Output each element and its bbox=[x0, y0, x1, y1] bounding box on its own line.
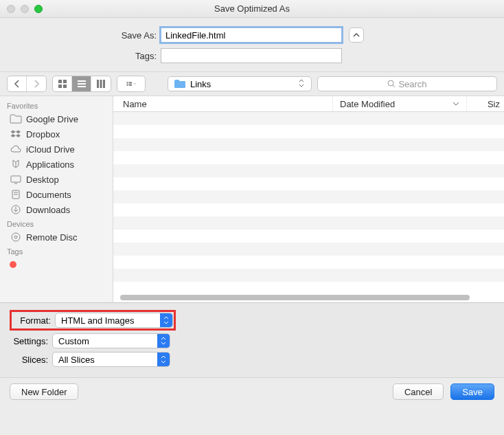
tags-input[interactable] bbox=[161, 48, 342, 63]
updown-icon bbox=[160, 313, 172, 328]
svg-rect-2 bbox=[58, 85, 62, 88]
table-row[interactable] bbox=[113, 243, 504, 256]
table-row[interactable] bbox=[113, 151, 504, 164]
select-value: HTML and Images bbox=[61, 315, 134, 326]
sidebar-item-icloud[interactable]: iCloud Drive bbox=[0, 142, 113, 157]
column-headers: Name Date Modified Siz bbox=[113, 96, 504, 112]
search-placeholder: Search bbox=[398, 79, 426, 89]
sidebar: Favorites Google Drive Dropbox iCloud Dr… bbox=[0, 96, 113, 302]
sidebar-item-google-drive[interactable]: Google Drive bbox=[0, 111, 113, 126]
slices-select[interactable]: All Slices bbox=[52, 352, 170, 367]
sidebar-item-label: Downloads bbox=[26, 205, 70, 215]
export-options: Format: HTML and Images Settings: Custom… bbox=[0, 302, 504, 377]
sidebar-item-desktop[interactable]: Desktop bbox=[0, 172, 113, 187]
svg-rect-6 bbox=[78, 86, 86, 87]
window-title: Save Optimized As bbox=[0, 3, 504, 14]
column-date-modified[interactable]: Date Modified bbox=[333, 96, 467, 111]
sidebar-item-label: Documents bbox=[26, 190, 71, 200]
table-row[interactable] bbox=[113, 269, 504, 282]
svg-rect-13 bbox=[129, 85, 132, 86]
table-row[interactable] bbox=[113, 112, 504, 125]
col-label: Siz bbox=[488, 99, 500, 109]
sidebar-item-label: iCloud Drive bbox=[26, 144, 75, 155]
new-folder-button[interactable]: New Folder bbox=[10, 383, 78, 400]
table-row[interactable] bbox=[113, 164, 504, 177]
file-list: Name Date Modified Siz bbox=[113, 96, 504, 302]
list-view-button[interactable] bbox=[72, 76, 91, 91]
svg-rect-12 bbox=[129, 82, 132, 83]
column-name[interactable]: Name bbox=[113, 96, 333, 111]
svg-rect-10 bbox=[127, 82, 128, 83]
svg-rect-8 bbox=[100, 80, 102, 88]
documents-icon bbox=[10, 189, 22, 200]
svg-point-22 bbox=[12, 233, 20, 241]
cancel-button[interactable]: Cancel bbox=[393, 383, 444, 400]
sidebar-item-downloads[interactable]: Downloads bbox=[0, 202, 113, 217]
group-by-button[interactable] bbox=[117, 76, 146, 92]
sidebar-item-documents[interactable]: Documents bbox=[0, 187, 113, 202]
saveas-input[interactable] bbox=[161, 27, 342, 43]
search-input[interactable]: Search bbox=[317, 76, 497, 91]
settings-label: Settings: bbox=[10, 336, 52, 346]
location-popup[interactable]: Links bbox=[168, 76, 312, 91]
format-row-wrap: Format: HTML and Images bbox=[10, 310, 176, 331]
dropbox-icon bbox=[10, 129, 22, 140]
sidebar-item-label: Applications bbox=[26, 159, 74, 170]
horizontal-scrollbar[interactable] bbox=[120, 295, 470, 300]
updown-icon bbox=[157, 352, 170, 367]
save-button[interactable]: Save bbox=[450, 383, 494, 400]
forward-button[interactable] bbox=[27, 76, 46, 91]
format-label: Format: bbox=[12, 315, 55, 326]
sidebar-item-label: Remote Disc bbox=[26, 232, 77, 243]
file-rows bbox=[113, 112, 504, 282]
search-icon bbox=[387, 80, 396, 88]
svg-rect-1 bbox=[63, 80, 67, 83]
collapse-toggle-button[interactable] bbox=[349, 27, 364, 43]
downloads-icon bbox=[10, 204, 22, 215]
sidebar-item-applications[interactable]: Applications bbox=[0, 157, 113, 172]
svg-rect-4 bbox=[78, 80, 86, 82]
tags-label: Tags: bbox=[0, 51, 161, 61]
back-button[interactable] bbox=[8, 76, 27, 91]
table-row[interactable] bbox=[113, 125, 504, 138]
sidebar-item-tag[interactable] bbox=[0, 257, 113, 272]
column-size[interactable]: Siz bbox=[467, 96, 504, 111]
location-label: Links bbox=[190, 79, 211, 89]
browser-toolbar: Links Search bbox=[0, 71, 504, 96]
sidebar-item-label: Google Drive bbox=[26, 114, 78, 124]
table-row[interactable] bbox=[113, 177, 504, 190]
favorites-header: Favorites bbox=[0, 99, 113, 111]
svg-rect-16 bbox=[11, 176, 21, 182]
updown-icon bbox=[157, 333, 170, 348]
table-row[interactable] bbox=[113, 203, 504, 216]
disc-icon bbox=[10, 232, 22, 243]
table-row[interactable] bbox=[113, 216, 504, 230]
sidebar-item-dropbox[interactable]: Dropbox bbox=[0, 126, 113, 142]
table-row[interactable] bbox=[113, 138, 504, 151]
updown-icon bbox=[299, 79, 306, 89]
svg-rect-0 bbox=[58, 80, 62, 83]
view-mode-buttons bbox=[52, 76, 111, 92]
table-row[interactable] bbox=[113, 230, 504, 243]
format-select[interactable]: HTML and Images bbox=[55, 313, 173, 328]
sidebar-item-label: Dropbox bbox=[26, 129, 60, 140]
icon-view-button[interactable] bbox=[53, 76, 72, 91]
table-row[interactable] bbox=[113, 190, 504, 203]
svg-line-15 bbox=[393, 85, 395, 87]
svg-point-23 bbox=[14, 236, 17, 238]
settings-select[interactable]: Custom bbox=[52, 333, 170, 348]
select-value: Custom bbox=[58, 336, 89, 346]
devices-header: Devices bbox=[0, 217, 113, 230]
column-view-button[interactable] bbox=[91, 76, 111, 91]
file-browser: Favorites Google Drive Dropbox iCloud Dr… bbox=[0, 96, 504, 302]
tags-header: Tags bbox=[0, 245, 113, 257]
table-row[interactable] bbox=[113, 256, 504, 269]
desktop-icon bbox=[10, 174, 22, 185]
sidebar-item-remote-disc[interactable]: Remote Disc bbox=[0, 230, 113, 245]
svg-rect-11 bbox=[127, 85, 128, 86]
cloud-icon bbox=[10, 144, 22, 155]
svg-point-14 bbox=[388, 80, 393, 86]
apps-icon bbox=[10, 159, 22, 170]
svg-rect-7 bbox=[97, 80, 99, 88]
folder-icon bbox=[174, 79, 186, 89]
